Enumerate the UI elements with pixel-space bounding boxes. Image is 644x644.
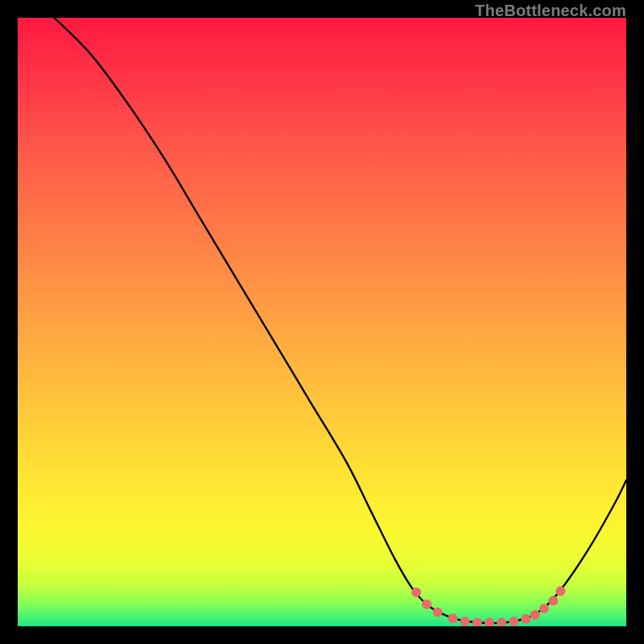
gradient-background [18,18,626,626]
curve-marker [411,588,421,597]
curve-marker [521,614,530,624]
curve-marker [555,586,565,596]
chart-frame [18,18,626,626]
curve-marker [422,600,431,609]
curve-marker [539,604,549,613]
chart-svg [18,18,626,626]
curve-marker [530,610,540,620]
curve-marker [433,608,443,617]
curve-marker [548,596,558,605]
curve-marker [509,617,518,626]
curve-marker [448,613,458,623]
curve-marker [460,617,470,626]
